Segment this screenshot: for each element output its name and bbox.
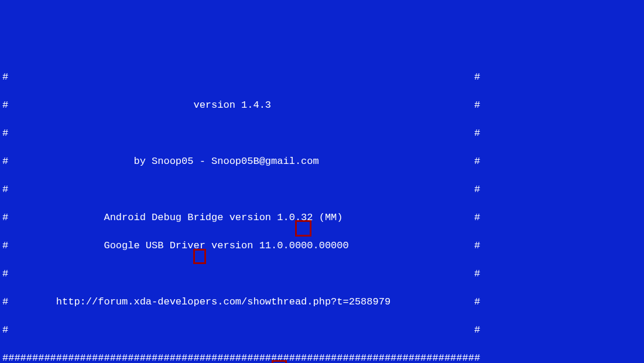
banner-adb-version: # Android Debug Bridge version 1.0.32 (M… <box>2 211 642 225</box>
banner-blank: # # <box>2 323 642 337</box>
banner-blank: # # <box>2 126 642 141</box>
banner-url: # http://forum.xda-developers.com/showth… <box>2 295 642 309</box>
banner-blank: # # <box>2 183 642 197</box>
banner-author: # by Snoop05 - Snoop05B@gmail.com # <box>2 155 642 169</box>
banner-rule: ########################################… <box>2 351 642 363</box>
banner-blank-top: # # <box>2 70 642 84</box>
banner-usb-driver: # Google USB Driver version 11.0.0000.00… <box>2 239 642 253</box>
terminal[interactable]: # # # version 1.4.3 # # <box>2 56 642 363</box>
banner-blank: # # <box>2 267 642 281</box>
banner-version: # version 1.4.3 # <box>2 98 642 112</box>
